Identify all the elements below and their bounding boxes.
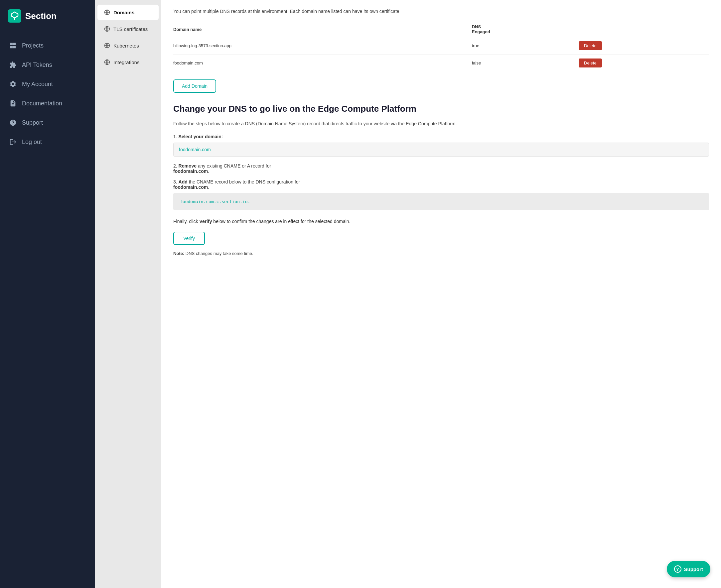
table-row: billowing-log-3573.section.app true Dele…	[173, 37, 709, 55]
logout-icon	[9, 138, 17, 146]
subnav-item-domains-label: Domains	[114, 9, 135, 15]
domains-icon	[104, 9, 110, 15]
dns-engaged-cell: false	[472, 55, 579, 72]
verify-button[interactable]: Verify	[173, 232, 205, 245]
subnav-item-tls-label: TLS certificates	[114, 26, 148, 32]
support-circle-icon: ?	[674, 565, 681, 573]
section-logo-icon	[8, 9, 21, 23]
svg-rect-0	[8, 9, 21, 23]
step1-label: 1. Select your domain:	[173, 134, 709, 139]
cname-record: foodomain.com.c.section.io.	[173, 193, 709, 210]
subnav-item-kubernetes-label: Kubernetes	[114, 43, 139, 48]
col-action	[579, 22, 709, 37]
sidebar-nav: Projects API Tokens My Account Documenta…	[0, 30, 95, 588]
dns-engaged-cell: true	[472, 37, 579, 55]
sidebar-item-documentation-label: Documentation	[22, 100, 62, 107]
sidebar-item-my-account[interactable]: My Account	[0, 75, 95, 94]
support-button-label: Support	[684, 566, 703, 572]
subnav-item-tls[interactable]: TLS certificates	[98, 21, 159, 37]
kubernetes-icon	[104, 43, 110, 48]
step3-row: 3. Add the CNAME record below to the DNS…	[173, 179, 709, 210]
add-domain-button[interactable]: Add Domain	[173, 80, 216, 93]
step2-row: 2. Remove any existing CNAME or A record…	[173, 163, 709, 174]
sidebar-item-projects[interactable]: Projects	[0, 36, 95, 55]
intro-text: You can point multiple DNS records at th…	[173, 8, 709, 15]
subnav-item-integrations-label: Integrations	[114, 60, 139, 65]
domain-name-cell: foodomain.com	[173, 55, 472, 72]
verify-note: Finally, click Verify below to confirm t…	[173, 218, 709, 225]
table-row: foodomain.com false Delete	[173, 55, 709, 72]
sidebar-item-api-tokens-label: API Tokens	[22, 62, 52, 68]
col-domain-name: Domain name	[173, 22, 472, 37]
support-button[interactable]: ? Support	[667, 561, 711, 578]
delete-cell: Delete	[579, 55, 709, 72]
subnav-item-integrations[interactable]: Integrations	[98, 55, 159, 70]
doc-icon	[9, 100, 17, 107]
help-icon	[9, 119, 17, 126]
delete-cell: Delete	[579, 37, 709, 55]
dns-intro: Follow the steps below to create a DNS (…	[173, 120, 709, 127]
main-content: You can point multiple DNS records at th…	[161, 0, 721, 588]
sidebar-item-projects-label: Projects	[22, 42, 44, 49]
gear-icon	[9, 80, 17, 88]
integrations-icon	[104, 59, 110, 65]
sidebar-item-api-tokens[interactable]: API Tokens	[0, 55, 95, 75]
subnav-panel: Domains TLS certificates Kubernetes Inte…	[95, 0, 161, 588]
step3-label: 3. Add the CNAME record below to the DNS…	[173, 179, 709, 190]
logo-container: Section	[0, 0, 95, 30]
delete-row0-button[interactable]: Delete	[579, 41, 602, 50]
dns-heading: Change your DNS to go live on the Edge C…	[173, 103, 709, 115]
sidebar-item-logout[interactable]: Log out	[0, 132, 95, 151]
step2-label: 2. Remove any existing CNAME or A record…	[173, 163, 709, 174]
api-icon	[9, 61, 17, 68]
note-text: Note: DNS changes may take some time.	[173, 251, 709, 256]
sidebar-item-my-account-label: My Account	[22, 81, 53, 88]
domain-table: Domain name DNS Engaged billowing-log-35…	[173, 22, 709, 71]
logo-text: Section	[25, 11, 57, 21]
domain-name-cell: billowing-log-3573.section.app	[173, 37, 472, 55]
main-wrapper: You can point multiple DNS records at th…	[161, 0, 721, 588]
sidebar: Section Projects API Tokens My Account D…	[0, 0, 95, 588]
step1-row: 1. Select your domain: foodomain.com	[173, 134, 709, 156]
sidebar-item-logout-label: Log out	[22, 139, 42, 146]
domain-select[interactable]: foodomain.com	[173, 143, 709, 156]
subnav-item-domains[interactable]: Domains	[98, 5, 159, 20]
sidebar-item-documentation[interactable]: Documentation	[0, 94, 95, 113]
grid-icon	[9, 42, 17, 49]
subnav-item-kubernetes[interactable]: Kubernetes	[98, 38, 159, 53]
sidebar-item-support[interactable]: Support	[0, 113, 95, 132]
tls-icon	[104, 26, 110, 32]
sidebar-item-support-label: Support	[22, 119, 43, 126]
col-dns-engaged: DNS Engaged	[472, 22, 579, 37]
delete-row1-button[interactable]: Delete	[579, 59, 602, 67]
